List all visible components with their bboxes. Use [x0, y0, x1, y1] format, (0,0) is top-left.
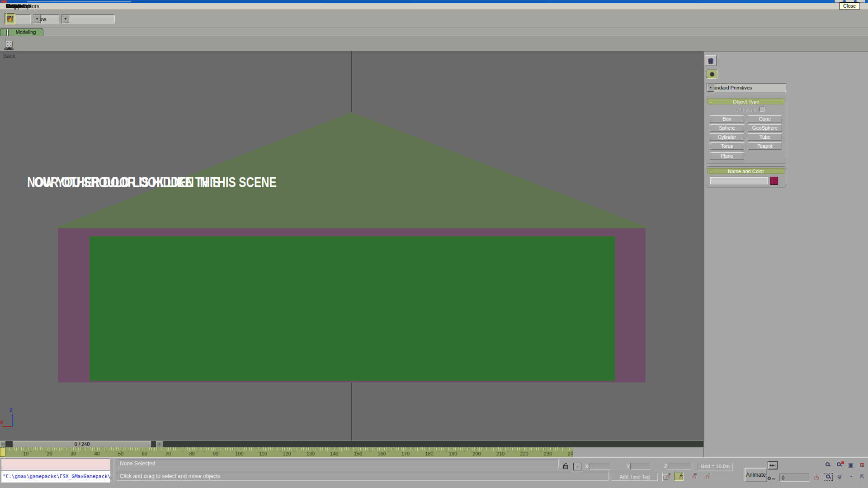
- frame-tick: [202, 447, 202, 450]
- frame-tick: [422, 447, 423, 450]
- absolute-mode-icon[interactable]: ○: [573, 463, 581, 470]
- named-selection-dropdown[interactable]: ▼: [61, 14, 115, 23]
- viewport-label[interactable]: Back: [3, 53, 15, 59]
- frame-tick: [64, 447, 64, 450]
- frame-tick: [16, 447, 17, 450]
- maxscript-listener-input[interactable]: "C:\gmax\gamepacks\FSX_GMaxGamepack\": [1, 471, 110, 483]
- tab-modeling[interactable]: Modeling: [8, 28, 43, 36]
- object-name-field[interactable]: [710, 177, 768, 184]
- roof-object[interactable]: [53, 112, 650, 228]
- gmax-window: Close FileEditToolsGroupViewsCreateModif…: [0, 0, 868, 488]
- time-configuration-icon[interactable]: ◷: [812, 474, 821, 482]
- frame-tick: [235, 447, 235, 450]
- current-frame-field[interactable]: 0: [779, 474, 809, 482]
- arc-rotate-button[interactable]: ◔: [846, 473, 855, 481]
- tube-button[interactable]: Tube: [748, 133, 782, 141]
- modifier-material-id-icon[interactable]: ∷ID: [4, 38, 14, 49]
- spinner-snap-icon[interactable]: ∩↕: [700, 473, 710, 481]
- viewport-back[interactable]: NOW YOU SHOULD LOOK LIKE THIS OUR OTHER …: [0, 52, 703, 441]
- set-key-icon[interactable]: [767, 475, 775, 482]
- object-color-swatch[interactable]: [770, 177, 778, 185]
- frame-tick: [270, 447, 271, 450]
- percent-snap-icon[interactable]: ∩%: [687, 473, 697, 481]
- zoom-all-button[interactable]: [835, 461, 844, 469]
- plane-button[interactable]: Plane: [710, 152, 744, 160]
- app-icon: [1, 0, 7, 3]
- go-to-end-button[interactable]: ▶▶|: [768, 462, 777, 469]
- time-slider-prev-arrow[interactable]: ‹: [0, 441, 6, 448]
- door-object[interactable]: [90, 236, 615, 381]
- frame-tick: [394, 447, 394, 450]
- menu-help[interactable]: Help: [2, 3, 21, 9]
- y-coordinate-field[interactable]: [630, 463, 650, 470]
- zoom-extents-all-button[interactable]: ⊞: [858, 461, 867, 469]
- chevron-down-icon[interactable]: ▼: [62, 15, 69, 23]
- teapot-button[interactable]: Teapot: [748, 142, 782, 150]
- torus-button[interactable]: Torus: [710, 142, 744, 150]
- z-coordinate-field[interactable]: [668, 463, 691, 470]
- frame-tick: [251, 447, 252, 450]
- main-toolbar: ↶↷⊶⊷↖▢All▼≡+↻▱∴View▼◫XYZXY⋈∷◎▼⊞●◕: [0, 10, 868, 28]
- frame-tick: [5, 447, 5, 450]
- frame-tick: [218, 447, 218, 450]
- maxscript-listener-output[interactable]: [1, 459, 110, 470]
- frame-tick: [519, 447, 520, 450]
- frame-tick: [434, 447, 434, 450]
- frame-tick: [197, 447, 197, 450]
- time-slider-next-arrow[interactable]: ›: [156, 441, 163, 448]
- name-color-rollout-header[interactable]: - Name and Color: [708, 168, 784, 174]
- collapse-icon[interactable]: -: [710, 169, 712, 174]
- systems-category-icon[interactable]: ⚙: [707, 70, 717, 79]
- frame-tick: [90, 447, 90, 450]
- frame-number: 70: [163, 451, 174, 456]
- snap-3d-icon[interactable]: ∩3: [661, 473, 670, 481]
- time-slider[interactable]: 0 / 240: [13, 441, 151, 448]
- cylinder-button[interactable]: Cylinder: [710, 133, 744, 141]
- pan-button[interactable]: ⋓: [835, 473, 844, 481]
- frame-tick: [396, 447, 396, 450]
- x-coordinate-field[interactable]: [590, 463, 610, 470]
- frame-tick: [529, 447, 529, 450]
- frame-tick: [308, 447, 309, 450]
- frame-tick: [346, 447, 347, 450]
- sphere-button[interactable]: Sphere: [710, 124, 744, 131]
- modifier-material-id-icon-label: ID: [1, 48, 16, 51]
- box-button[interactable]: Box: [710, 115, 744, 122]
- frame-tick: [384, 447, 385, 450]
- frame-tick: [392, 447, 392, 450]
- angle-snap-icon[interactable]: ∩∠: [674, 473, 684, 481]
- chevron-down-icon[interactable]: ▼: [33, 15, 41, 23]
- frame-tick: [121, 447, 121, 450]
- render-icon[interactable]: ◕: [5, 13, 15, 24]
- track-bar[interactable]: 1020304050607080901001101201301401501601…: [0, 447, 573, 457]
- class-dropdown[interactable]: Standard Primitives ▼: [707, 83, 786, 92]
- frame-tick: [569, 447, 570, 450]
- animate-button[interactable]: Animate: [745, 468, 767, 482]
- zoom-extents-button[interactable]: ▣: [846, 461, 855, 469]
- utilities-tab-icon[interactable]: ⚒: [705, 55, 717, 66]
- autogrid-checkbox[interactable]: [760, 107, 764, 112]
- region-zoom-button[interactable]: [824, 473, 833, 481]
- add-time-tag-button[interactable]: Add Time Tag: [612, 473, 658, 481]
- zoom-button[interactable]: [824, 461, 833, 469]
- frame-number: 150: [353, 451, 363, 456]
- chevron-down-icon[interactable]: ▼: [707, 84, 714, 92]
- frame-tick: [54, 447, 55, 450]
- reference-coordinate-dropdown[interactable]: View▼: [33, 14, 59, 23]
- frame-tick: [104, 447, 104, 450]
- frame-tick: [71, 447, 71, 450]
- window-titlebar[interactable]: [0, 0, 868, 3]
- geosphere-button[interactable]: GeoSphere: [748, 124, 782, 131]
- object-type-rollout-header[interactable]: - Object Type: [708, 99, 784, 104]
- frame-tick: [301, 447, 302, 450]
- selection-lock-icon[interactable]: [562, 462, 570, 470]
- frame-tick: [232, 447, 233, 450]
- frame-tick: [19, 447, 19, 450]
- cone-button[interactable]: Cone: [748, 115, 782, 122]
- collapse-icon[interactable]: -: [710, 99, 712, 104]
- frame-tick: [413, 447, 413, 450]
- min-max-toggle-button[interactable]: ⇱: [858, 473, 867, 481]
- frame-tick: [242, 447, 242, 450]
- frame-tick: [562, 447, 563, 450]
- frame-tick: [259, 447, 259, 450]
